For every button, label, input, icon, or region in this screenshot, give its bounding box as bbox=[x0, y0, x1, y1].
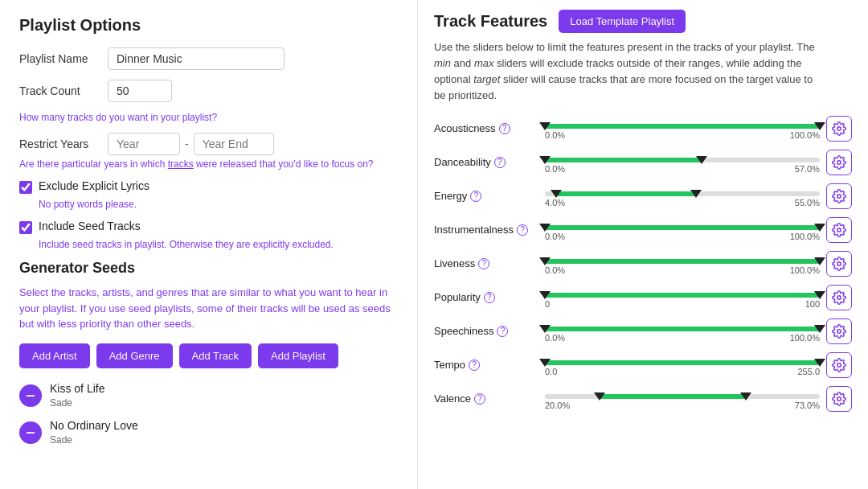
help-icon[interactable]: ? bbox=[478, 258, 489, 269]
svg-point-3 bbox=[837, 160, 841, 164]
exclude-explicit-checkbox[interactable] bbox=[19, 181, 32, 194]
slider-track[interactable] bbox=[545, 158, 820, 162]
slider-container: 0100 bbox=[545, 286, 820, 309]
year-end-input[interactable] bbox=[194, 133, 274, 155]
feature-settings-button[interactable] bbox=[826, 386, 852, 412]
slider-track[interactable] bbox=[545, 327, 820, 331]
feature-label-tempo: Tempo ? bbox=[434, 359, 538, 371]
slider-thumb-max[interactable] bbox=[814, 291, 825, 299]
feature-label-instrumentalness: Instrumentalness ? bbox=[434, 224, 538, 236]
slider-labels: 0.0%100.0% bbox=[545, 130, 820, 140]
slider-track[interactable] bbox=[545, 124, 820, 129]
feature-row-acousticness: Acousticness ?0.0%100.0% bbox=[434, 116, 852, 142]
slider-labels: 0.0%100.0% bbox=[545, 265, 820, 275]
slider-thumb-max[interactable] bbox=[690, 190, 702, 198]
track-name: Kiss of Life bbox=[50, 381, 104, 397]
feature-settings-button[interactable] bbox=[826, 352, 852, 378]
slider-thumb-max[interactable] bbox=[814, 257, 825, 265]
add-track-button[interactable]: Add Track bbox=[179, 343, 252, 368]
include-seed-label[interactable]: Include Seed Tracks bbox=[39, 220, 141, 232]
slider-track[interactable] bbox=[545, 259, 820, 264]
slider-min-label: 0.0% bbox=[545, 130, 565, 140]
help-icon[interactable]: ? bbox=[494, 157, 506, 168]
help-icon[interactable]: ? bbox=[474, 393, 485, 405]
slider-thumb-max[interactable] bbox=[740, 392, 751, 401]
include-seed-checkbox[interactable] bbox=[19, 221, 32, 234]
slider-thumb-max[interactable] bbox=[814, 359, 825, 367]
slider-fill bbox=[545, 327, 820, 331]
exclude-explicit-hint: No potty words please. bbox=[39, 199, 398, 210]
load-template-button[interactable]: Load Template Playlist bbox=[559, 10, 686, 33]
slider-max-label: 55.0% bbox=[795, 198, 820, 208]
slider-min-label: 0.0% bbox=[545, 232, 565, 241]
exclude-explicit-label[interactable]: Exclude Explicit Lyrics bbox=[39, 179, 149, 192]
slider-track[interactable] bbox=[545, 394, 820, 399]
feature-label-acousticness: Acousticness ? bbox=[434, 122, 538, 134]
add-playlist-button[interactable]: Add Playlist bbox=[258, 343, 338, 368]
playlist-name-input[interactable] bbox=[108, 47, 285, 70]
add-genre-button[interactable]: Add Genre bbox=[96, 343, 173, 368]
years-hint: Are there particular years in which trac… bbox=[19, 158, 398, 170]
slider-max-label: 100.0% bbox=[790, 130, 820, 140]
slider-max-label: 100.0% bbox=[790, 333, 820, 343]
left-panel: Playlist Options Playlist Name Track Cou… bbox=[0, 0, 418, 489]
slider-track[interactable] bbox=[545, 293, 820, 298]
slider-container: 0.0%57.0% bbox=[545, 151, 820, 174]
slider-container: 4.0%55.0% bbox=[545, 185, 820, 208]
add-artist-button[interactable]: Add Artist bbox=[19, 343, 90, 368]
slider-track[interactable] bbox=[545, 191, 820, 196]
track-remove-icon[interactable] bbox=[19, 421, 42, 444]
year-dash: - bbox=[185, 138, 189, 150]
slider-thumb-max[interactable] bbox=[814, 122, 825, 130]
feature-settings-button[interactable] bbox=[826, 217, 852, 243]
slider-min-label: 0.0% bbox=[545, 265, 565, 275]
include-seed-hint: Include seed tracks in playlist. Otherwi… bbox=[39, 239, 398, 250]
feature-settings-button[interactable] bbox=[826, 116, 852, 142]
feature-label-valence: Valence ? bbox=[434, 392, 538, 405]
track-artist: Sade bbox=[50, 397, 104, 410]
help-icon[interactable]: ? bbox=[499, 123, 510, 134]
slider-track[interactable] bbox=[545, 225, 820, 230]
feature-label-popularity: Popularity ? bbox=[434, 291, 538, 303]
slider-max-label: 100.0% bbox=[790, 265, 820, 275]
year-start-input[interactable] bbox=[108, 133, 180, 155]
slider-thumb-min[interactable] bbox=[539, 122, 551, 130]
features-container: Acousticness ?0.0%100.0% Danceability ?0… bbox=[434, 116, 852, 412]
feature-label-speechiness: Speechiness ? bbox=[434, 325, 538, 337]
help-icon[interactable]: ? bbox=[469, 360, 480, 371]
help-icon[interactable]: ? bbox=[497, 326, 508, 337]
restrict-years-label: Restrict Years bbox=[19, 138, 108, 150]
slider-min-label: 4.0% bbox=[545, 198, 565, 208]
page-title: Playlist Options bbox=[19, 16, 398, 35]
track-count-input[interactable] bbox=[108, 80, 172, 102]
slider-thumb-max[interactable] bbox=[814, 224, 825, 232]
slider-thumb-min[interactable] bbox=[539, 224, 551, 232]
slider-max-label: 73.0% bbox=[795, 401, 820, 410]
help-icon[interactable]: ? bbox=[517, 224, 528, 236]
feature-label-danceability: Danceability ? bbox=[434, 156, 538, 168]
slider-labels: 0.0%57.0% bbox=[545, 164, 820, 174]
feature-settings-button[interactable] bbox=[826, 183, 852, 209]
track-remove-icon[interactable] bbox=[19, 384, 42, 407]
help-icon[interactable]: ? bbox=[470, 191, 481, 202]
slider-thumb-min[interactable] bbox=[539, 325, 551, 333]
slider-thumb-min[interactable] bbox=[594, 392, 605, 401]
slider-thumb-min[interactable] bbox=[539, 359, 551, 367]
slider-track[interactable] bbox=[545, 360, 820, 365]
feature-settings-button[interactable] bbox=[826, 318, 852, 344]
help-icon[interactable]: ? bbox=[484, 292, 495, 303]
years-hint-link[interactable]: tracks bbox=[168, 158, 194, 170]
slider-thumb-max[interactable] bbox=[696, 156, 707, 164]
svg-point-8 bbox=[837, 329, 841, 333]
slider-thumb-min[interactable] bbox=[551, 190, 562, 198]
feature-row-tempo: Tempo ?0.0255.0 bbox=[434, 352, 852, 378]
slider-thumb-min[interactable] bbox=[539, 156, 551, 164]
slider-labels: 0100 bbox=[545, 299, 820, 309]
feature-settings-button[interactable] bbox=[826, 251, 852, 277]
feature-settings-button[interactable] bbox=[826, 285, 852, 310]
feature-settings-button[interactable] bbox=[826, 150, 852, 175]
seed-buttons: Add Artist Add Genre Add Track Add Playl… bbox=[19, 343, 398, 368]
slider-thumb-min[interactable] bbox=[539, 257, 551, 265]
slider-thumb-max[interactable] bbox=[814, 325, 825, 333]
slider-thumb-min[interactable] bbox=[539, 291, 551, 299]
